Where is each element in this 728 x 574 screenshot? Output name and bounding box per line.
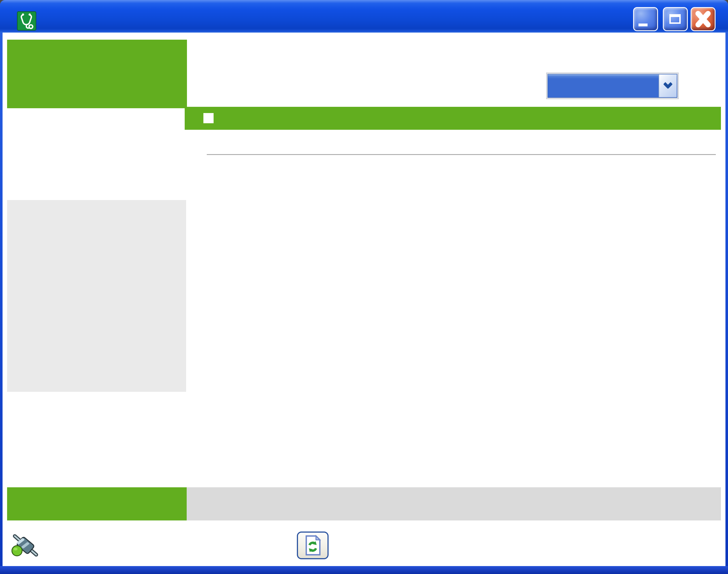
section-header: [185, 107, 721, 130]
communication-log-table[interactable]: [207, 154, 716, 155]
refresh-button[interactable]: [297, 532, 329, 559]
titlebar[interactable]: [0, 0, 728, 33]
chevron-down-icon[interactable]: [658, 75, 677, 97]
footer-gray-strip: [187, 487, 721, 521]
minimize-button[interactable]: [633, 7, 658, 31]
minimize-icon: [639, 24, 648, 26]
connector-plug-icon: [10, 533, 41, 559]
language-selected-value: [548, 74, 657, 97]
green-header-block: [7, 40, 187, 108]
close-button[interactable]: [691, 7, 716, 31]
diagnostics-window: [0, 0, 728, 574]
stethoscope-icon: [17, 11, 36, 31]
sidebar-subpanel: [7, 200, 186, 392]
square-bullet-icon: [203, 113, 214, 123]
chevron-glyph: [663, 79, 673, 89]
refresh-page-icon: [302, 534, 323, 557]
language-dropdown[interactable]: [546, 73, 679, 99]
maximize-icon: [669, 14, 681, 24]
language-dropdown-field: [548, 74, 677, 98]
maximize-button[interactable]: [663, 7, 688, 31]
window-bottom-border: [0, 566, 728, 574]
green-footer-block: [7, 487, 187, 521]
close-icon: [691, 8, 715, 30]
